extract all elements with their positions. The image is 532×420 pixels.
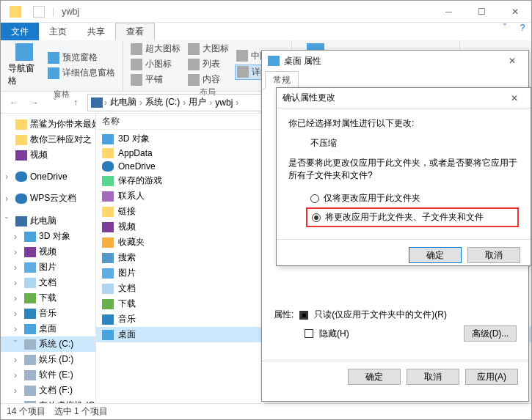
file-icon xyxy=(102,191,114,202)
layout-xl[interactable]: 超大图标 xyxy=(129,42,182,56)
nav-item-icon xyxy=(15,135,27,145)
properties-apply-button[interactable]: 应用(A) xyxy=(465,369,518,385)
properties-ok-button[interactable]: 确定 xyxy=(348,369,401,385)
lg-icon xyxy=(188,43,200,55)
nav-item[interactable]: ›下载 xyxy=(1,290,95,306)
file-icon xyxy=(102,237,114,248)
up-button[interactable]: ↑ xyxy=(67,94,84,111)
file-icon xyxy=(102,314,114,325)
nav-item[interactable]: ›视频 xyxy=(1,244,95,259)
xl-icon xyxy=(131,43,142,55)
nav-item[interactable]: ˇ此电脑 xyxy=(1,213,95,229)
chevron-icon: › xyxy=(14,401,21,404)
confirm-ok-button[interactable]: 确定 xyxy=(409,247,462,263)
nav-item[interactable]: ›存放虚拟机 (G:) xyxy=(1,398,95,403)
layout-lg[interactable]: 大图标 xyxy=(186,42,230,56)
layout-list[interactable]: 列表 xyxy=(186,57,230,71)
nav-item[interactable]: ›3D 对象 xyxy=(1,229,95,244)
confirm-close-button[interactable]: ✕ xyxy=(504,93,525,103)
nav-item-icon xyxy=(24,401,36,404)
nav-item[interactable]: ›音乐 xyxy=(1,306,95,321)
nav-item[interactable]: ›OneDrive xyxy=(1,170,95,183)
properties-close-button[interactable]: ✕ xyxy=(502,56,522,66)
preview-pane-button[interactable]: 预览窗格 xyxy=(46,51,117,65)
close-button[interactable]: ✕ xyxy=(498,1,531,23)
file-icon xyxy=(102,299,114,309)
confirm-opt2-label: 将更改应用于此文件夹、子文件夹和文件 xyxy=(325,211,484,224)
nav-item[interactable]: 教你三种应对之 xyxy=(1,132,95,147)
maximize-button[interactable]: ☐ xyxy=(465,1,498,23)
nav-item-icon xyxy=(24,355,36,365)
help-button[interactable]: ? xyxy=(514,23,531,40)
nav-item[interactable]: ›WPS云文档 xyxy=(1,191,95,206)
file-icon xyxy=(102,161,114,172)
file-icon xyxy=(102,176,114,186)
file-icon xyxy=(102,134,114,144)
nav-item[interactable]: ›娱乐 (D:) xyxy=(1,352,95,367)
tile-icon xyxy=(131,74,142,86)
file-icon xyxy=(102,148,114,158)
minimize-button[interactable]: ─ xyxy=(432,1,465,23)
confirm-option-this-folder[interactable]: 仅将更改应用于此文件夹 xyxy=(310,192,519,205)
nav-item-icon xyxy=(24,247,36,257)
nav-item-icon xyxy=(15,150,27,161)
confirm-body: 你已经选择对属性进行以下更改: 不压缩 是否要将此更改仅应用于此文件夹，或者是否… xyxy=(277,108,531,239)
chevron-icon: › xyxy=(14,355,21,365)
ribbon-tabs: 文件 主页 共享 查看 ˇ ? xyxy=(1,23,531,40)
nav-item-icon xyxy=(24,339,36,350)
confirm-line2: 是否要将此更改仅应用于此文件夹，或者是否要将它应用于所有子文件夹和文件? xyxy=(288,157,519,182)
forward-button[interactable]: → xyxy=(26,94,43,111)
file-icon xyxy=(102,284,114,294)
crumb-c[interactable]: 系统 (C:) xyxy=(144,96,181,108)
confirm-buttons: 确定 取消 xyxy=(277,239,531,270)
recent-button[interactable]: ˇ xyxy=(46,94,64,111)
advanced-button[interactable]: 高级(D)... xyxy=(464,325,517,342)
chevron-icon: › xyxy=(5,172,12,182)
confirm-option-all[interactable]: 将更改应用于此文件夹、子文件夹和文件 xyxy=(306,207,519,227)
crumb-users[interactable]: 用户 xyxy=(187,96,208,108)
nav-item[interactable]: ˇ系统 (C:) xyxy=(1,336,95,352)
chevron-icon: › xyxy=(5,194,12,204)
nav-item-label: 桌面 xyxy=(39,323,57,335)
chevron-icon: › xyxy=(14,278,21,288)
attrs-label: 属性: xyxy=(274,309,294,321)
crumb-root[interactable]: 此电脑 xyxy=(109,96,138,108)
nav-item[interactable]: ›软件 (E:) xyxy=(1,367,95,383)
hidden-checkbox[interactable] xyxy=(305,329,313,338)
qat-button[interactable] xyxy=(33,6,45,18)
nav-item[interactable]: 黑鲨为你带来最好 xyxy=(1,117,95,132)
nav-pane-button[interactable]: 导航窗格 xyxy=(7,42,42,89)
nav-item[interactable]: ›文档 (F:) xyxy=(1,383,95,398)
back-button[interactable]: ← xyxy=(5,94,23,111)
readonly-checkbox[interactable]: ■ xyxy=(299,311,308,320)
details-pane-button[interactable]: 详细信息窗格 xyxy=(46,66,117,80)
nav-item[interactable]: 视频 xyxy=(1,147,95,163)
tab-share[interactable]: 共享 xyxy=(77,23,115,40)
confirm-titlebar[interactable]: 确认属性更改 ✕ xyxy=(277,88,531,108)
file-icon xyxy=(102,207,114,217)
nav-item-label: 3D 对象 xyxy=(39,230,70,243)
tab-view[interactable]: 查看 xyxy=(115,23,155,40)
nav-item[interactable]: ›文档 xyxy=(1,275,95,290)
folder-icon xyxy=(10,6,21,18)
nav-item[interactable]: ›桌面 xyxy=(1,321,95,336)
file-label: 视频 xyxy=(118,221,136,233)
nav-item-label: 图片 xyxy=(39,261,57,273)
layout-content[interactable]: 内容 xyxy=(186,73,230,86)
properties-buttons: 确定 取消 应用(A) xyxy=(262,361,528,392)
tab-file[interactable]: 文件 xyxy=(1,23,39,40)
tab-home[interactable]: 主页 xyxy=(39,23,77,40)
properties-titlebar[interactable]: 桌面 属性 ✕ xyxy=(262,51,528,71)
nav-item-label: WPS云文档 xyxy=(30,192,76,205)
crumb-folder[interactable]: ywbj xyxy=(214,97,234,108)
confirm-cancel-button[interactable]: 取消 xyxy=(467,247,520,263)
chevron-icon: › xyxy=(14,324,21,334)
layout-tile[interactable]: 平铺 xyxy=(129,73,182,86)
nav-item[interactable]: ›图片 xyxy=(1,259,95,275)
confirm-dialog: 确认属性更改 ✕ 你已经选择对属性进行以下更改: 不压缩 是否要将此更改仅应用于… xyxy=(276,87,531,266)
layout-sm[interactable]: 小图标 xyxy=(129,57,182,71)
properties-cancel-button[interactable]: 取消 xyxy=(407,369,459,385)
ribbon-collapse-button[interactable]: ˇ xyxy=(496,23,514,40)
nav-item-icon xyxy=(24,262,36,273)
nav-item-label: 娱乐 (D:) xyxy=(39,353,73,366)
